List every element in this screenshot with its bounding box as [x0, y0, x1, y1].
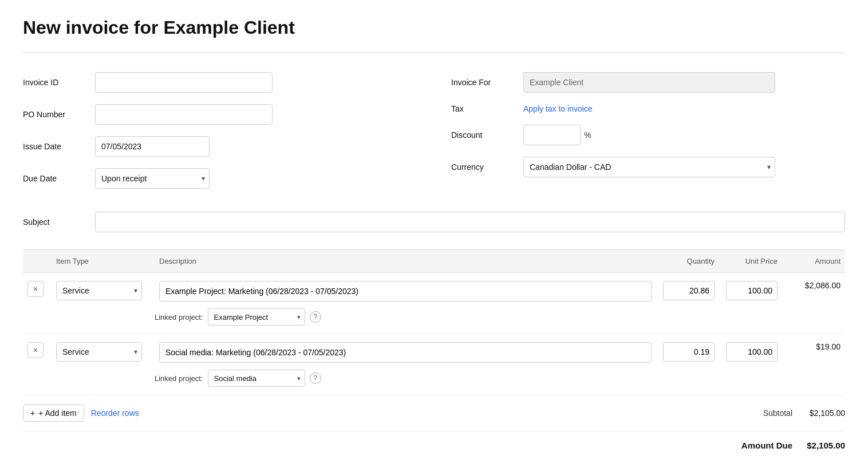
row-1-main: × Service Product Expense Time $2,086.00 — [23, 279, 845, 304]
header-description: Description — [155, 255, 656, 268]
row-1-unit-price-input[interactable] — [726, 281, 778, 300]
close-icon: × — [33, 284, 38, 293]
invoice-for-row: Invoice For — [451, 66, 845, 98]
subject-label: Subject — [23, 217, 86, 227]
discount-input[interactable] — [523, 125, 581, 145]
plus-icon: + — [30, 408, 35, 418]
header-spacer — [23, 255, 52, 268]
tax-row: Tax Apply tax to invoice — [451, 98, 845, 119]
subject-row: Subject — [23, 206, 845, 238]
table-header: Item Type Description Quantity Unit Pric… — [23, 249, 845, 273]
section-divider — [23, 52, 845, 53]
row-1-delete-cell: × — [23, 279, 52, 299]
row-2-unit-price-input[interactable] — [726, 342, 778, 362]
invoice-id-input[interactable] — [95, 72, 273, 93]
tax-label: Tax — [451, 104, 514, 113]
row-1-linked-project-select[interactable]: Example Project Social media — [208, 308, 305, 326]
row-1-description-input[interactable] — [159, 281, 652, 302]
table-row: × Service Product Expense Time $2,086.00 — [23, 273, 845, 334]
row-1-linked-label: Linked project: — [155, 313, 203, 322]
row-2-description-input[interactable] — [159, 342, 652, 363]
row-2-type-select-wrapper: Service Product Expense Time — [56, 342, 142, 362]
subject-input[interactable] — [95, 212, 845, 232]
row-1-linked-select-wrapper: Example Project Social media — [208, 308, 305, 326]
row-2-main: × Service Product Expense Time $19.00 — [23, 340, 845, 365]
row-2-linked-select-wrapper: Social media Example Project — [208, 370, 305, 387]
due-date-select[interactable]: Upon receipt Net 15 Net 30 Net 60 — [95, 168, 210, 189]
row-2-qty-cell — [656, 340, 719, 364]
po-number-input[interactable] — [95, 104, 273, 125]
invoice-for-input — [523, 72, 775, 93]
invoice-id-label: Invoice ID — [23, 78, 86, 87]
row-2-help-icon[interactable]: ? — [310, 372, 321, 384]
add-item-label: + Add item — [38, 408, 77, 418]
row-2-delete-button[interactable]: × — [27, 342, 44, 358]
due-date-select-wrapper: Upon receipt Net 15 Net 30 Net 60 — [95, 168, 210, 189]
header-amount: Amount — [782, 255, 845, 268]
form-section: Invoice ID PO Number Issue Date Due Date… — [23, 66, 845, 195]
row-1-type-select[interactable]: Service Product Expense Time — [56, 281, 142, 300]
row-1-amount-cell: $2,086.00 — [782, 279, 845, 292]
row-1-delete-button[interactable]: × — [27, 281, 44, 297]
row-1-qty-cell — [656, 279, 719, 303]
subtotal-label: Subtotal — [763, 408, 792, 418]
amount-due-value: $2,105.00 — [799, 441, 845, 450]
reorder-rows-button[interactable]: Reorder rows — [91, 408, 139, 418]
po-number-row: PO Number — [23, 98, 417, 130]
row-2-amount-cell: $19.00 — [782, 340, 845, 354]
invoice-id-row: Invoice ID — [23, 66, 417, 98]
discount-wrapper: % — [523, 125, 591, 145]
row-2-extra: Linked project: Social media Example Pro… — [23, 365, 845, 389]
row-1-type-cell: Service Product Expense Time — [52, 279, 155, 303]
issue-date-label: Issue Date — [23, 142, 86, 151]
row-2-delete-cell: × — [23, 340, 52, 360]
apply-tax-link[interactable]: Apply tax to invoice — [523, 104, 593, 113]
row-1-extra: Linked project: Example Project Social m… — [23, 304, 845, 328]
issue-date-input[interactable] — [95, 136, 210, 157]
page-title: New invoice for Example Client — [23, 17, 845, 38]
due-date-row: Due Date Upon receipt Net 15 Net 30 Net … — [23, 162, 417, 195]
row-1-desc-cell — [155, 279, 656, 304]
po-number-label: PO Number — [23, 110, 86, 119]
row-1-price-cell — [719, 279, 782, 303]
row-2-linked-label: Linked project: — [155, 374, 203, 383]
currency-row: Currency Canadian Dollar - CAD US Dollar… — [451, 151, 845, 183]
row-2-price-cell — [719, 340, 782, 364]
footer-right: Subtotal $2,105.00 — [763, 408, 845, 418]
currency-label: Currency — [451, 162, 514, 172]
discount-label: Discount — [451, 130, 514, 140]
row-1-help-icon[interactable]: ? — [310, 311, 321, 323]
add-item-button[interactable]: + + Add item — [23, 404, 84, 422]
row-2-quantity-input[interactable] — [663, 342, 715, 362]
discount-row: Discount % — [451, 119, 845, 151]
row-2-type-cell: Service Product Expense Time — [52, 340, 155, 364]
row-2-desc-cell — [155, 340, 656, 365]
due-date-label: Due Date — [23, 174, 86, 183]
footer-left: + + Add item Reorder rows — [23, 404, 139, 422]
subtotal-value: $2,105.00 — [799, 408, 845, 418]
invoice-for-label: Invoice For — [451, 78, 514, 87]
header-unit-price: Unit Price — [719, 255, 782, 268]
close-icon: × — [33, 346, 38, 355]
table-row: × Service Product Expense Time $19.00 — [23, 334, 845, 395]
row-1-quantity-input[interactable] — [663, 281, 715, 300]
currency-select-wrapper: Canadian Dollar - CAD US Dollar - USD Eu… — [523, 157, 775, 177]
amount-due-label: Amount Due — [741, 441, 792, 450]
row-1-type-select-wrapper: Service Product Expense Time — [56, 281, 142, 300]
row-1-amount: $2,086.00 — [805, 281, 841, 290]
issue-date-row: Issue Date — [23, 130, 417, 162]
table-footer: + + Add item Reorder rows Subtotal $2,10… — [23, 395, 845, 431]
currency-select[interactable]: Canadian Dollar - CAD US Dollar - USD Eu… — [523, 157, 775, 177]
amount-due-row: Amount Due $2,105.00 — [23, 431, 845, 459]
row-2-type-select[interactable]: Service Product Expense Time — [56, 342, 142, 362]
row-2-linked-project-select[interactable]: Social media Example Project — [208, 370, 305, 387]
row-2-amount: $19.00 — [816, 342, 841, 351]
header-quantity: Quantity — [656, 255, 719, 268]
header-item-type: Item Type — [52, 255, 155, 268]
percent-symbol: % — [584, 130, 591, 140]
